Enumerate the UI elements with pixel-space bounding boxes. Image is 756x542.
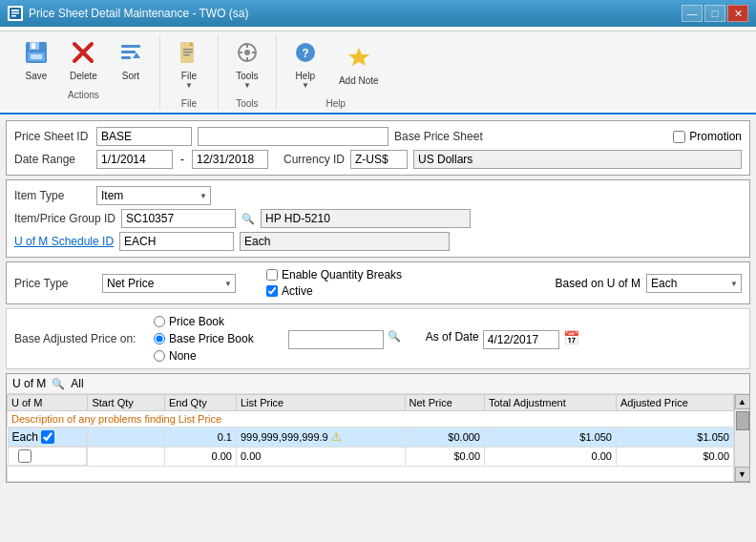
row1-checkbox[interactable] (41, 430, 54, 444)
price-book-radio[interactable] (154, 316, 165, 327)
sort-button[interactable]: Sort (110, 35, 152, 86)
table-row[interactable]: Each 0.1 999,999,999,999.9 ⚠ $0.000 $1.0… (8, 427, 734, 448)
as-of-date-input[interactable] (483, 330, 559, 349)
row2-uom (8, 447, 88, 466)
none-label: None (169, 349, 197, 363)
price-book-field[interactable] (288, 330, 384, 349)
base-price-sheet-input[interactable] (198, 127, 388, 146)
maximize-button[interactable]: □ (704, 5, 725, 22)
price-type-section: Price Type Net Price Enable Quantity Bre… (6, 261, 750, 304)
delete-button[interactable]: Delete (61, 35, 106, 86)
status-row: Description of any problems finding List… (8, 411, 734, 427)
row1-start-qty (88, 427, 165, 448)
base-price-book-label: Base Price Book (169, 332, 254, 345)
svg-rect-8 (31, 54, 42, 59)
promotion-label: Promotion (689, 130, 742, 143)
price-book-label: Price Book (169, 315, 224, 328)
scroll-down-btn[interactable]: ▼ (735, 467, 750, 482)
based-on-uom-select[interactable]: Each (646, 274, 742, 293)
tools-icon (235, 40, 260, 69)
uom-schedule-name (240, 232, 450, 251)
row1-adj-price: $1.050 (617, 427, 734, 448)
help-icon: ? (293, 40, 318, 69)
all-label: All (71, 377, 83, 390)
price-table: U of M Start Qty End Qty List Price Net … (7, 394, 734, 482)
tools-dropdown-arrow: ▼ (243, 81, 251, 90)
add-note-label: Add Note (339, 75, 379, 86)
search-icon[interactable]: 🔍 (242, 213, 255, 225)
svg-rect-19 (183, 54, 190, 56)
row1-uom: Each (8, 427, 88, 447)
col-adj-price: Adjusted Price (617, 395, 734, 411)
svg-marker-28 (348, 48, 369, 66)
svg-rect-2 (11, 12, 19, 14)
promotion-checkbox[interactable] (673, 131, 685, 143)
price-sheet-id-label: Price Sheet ID (14, 130, 91, 143)
row2-net-price: $0.00 (405, 447, 484, 467)
col-uom: U of M (8, 395, 88, 411)
enable-qty-breaks-checkbox[interactable] (266, 269, 278, 281)
sort-label: Sort (122, 71, 139, 81)
svg-rect-17 (183, 49, 193, 51)
save-button[interactable]: Save (15, 35, 57, 86)
col-net-price: Net Price (405, 395, 484, 411)
currency-name-input (413, 150, 742, 169)
window-controls[interactable]: — □ ✕ (682, 5, 748, 22)
currency-id-label: Currency ID (284, 153, 345, 166)
row2-checkbox[interactable] (18, 449, 32, 463)
add-note-button[interactable]: Add Note (330, 35, 388, 94)
active-checkbox[interactable] (266, 285, 278, 297)
scroll-up-btn[interactable]: ▲ (735, 394, 750, 409)
base-adjusted-radio-group: Price Book Base Price Book None (154, 315, 254, 363)
price-sheet-id-input[interactable] (96, 127, 192, 146)
uom-schedule-input[interactable] (119, 232, 234, 251)
table-scrollbar[interactable]: ▲ ▼ (734, 394, 749, 482)
row2-adj-price: $0.00 (617, 447, 734, 467)
item-type-select[interactable]: Item (96, 186, 211, 205)
main-content: Price Sheet ID Base Price Sheet Promotio… (0, 115, 756, 542)
status-message: Description of any problems finding List… (8, 411, 734, 427)
row2-end-qty: 0.00 (164, 447, 236, 467)
date-from-input[interactable] (96, 150, 173, 169)
minimize-button[interactable]: — (682, 5, 703, 22)
ribbon-group-file: File ▼ File (160, 35, 219, 109)
ribbon-group-tools: Tools ▼ Tools (219, 35, 277, 109)
currency-id-input[interactable] (350, 150, 408, 169)
svg-rect-12 (121, 51, 136, 53)
svg-rect-3 (11, 15, 16, 17)
base-adjusted-label: Base Adjusted Price on: (14, 332, 148, 345)
close-button[interactable]: ✕ (727, 5, 748, 22)
uom-schedule-label[interactable]: U of M Schedule ID (14, 235, 114, 248)
price-type-select[interactable]: Net Price (102, 274, 236, 293)
date-separator: - (178, 153, 186, 166)
uom-search-icon[interactable]: 🔍 (52, 378, 65, 390)
help-button[interactable]: ? Help ▼ (284, 35, 326, 94)
table-row[interactable]: 0.00 0.00 $0.00 0.00 $0.00 (8, 447, 734, 467)
file-button[interactable]: File ▼ (168, 35, 210, 94)
svg-rect-18 (183, 52, 193, 53)
svg-rect-13 (121, 56, 131, 59)
scroll-thumb[interactable] (736, 411, 749, 430)
price-book-search-icon[interactable]: 🔍 (388, 330, 401, 343)
svg-text:?: ? (302, 47, 308, 60)
enable-qty-breaks-label: Enable Quantity Breaks (282, 268, 402, 281)
uom-toolbar-label: U of M (12, 377, 46, 390)
none-radio[interactable] (154, 350, 165, 362)
calendar-icon[interactable]: 📅 (563, 330, 579, 345)
price-sheet-section: Price Sheet ID Base Price Sheet Promotio… (6, 120, 750, 176)
delete-icon (71, 40, 95, 69)
item-type-label: Item Type (14, 189, 91, 202)
base-price-book-radio[interactable] (154, 333, 165, 344)
ribbon-group-help: ? Help ▼ Add Note Help (277, 35, 395, 109)
ribbon-group-actions: Save Delete Sort Actions (8, 35, 160, 109)
item-price-group-input[interactable] (121, 209, 236, 228)
as-of-date-label: As of Date (426, 330, 479, 344)
table-row-empty (8, 467, 734, 482)
date-to-input[interactable] (192, 150, 268, 169)
row1-end-qty: 0.1 (164, 427, 236, 448)
row2-start-qty (88, 447, 165, 467)
actions-group-label: Actions (68, 90, 99, 100)
tools-button[interactable]: Tools ▼ (226, 35, 268, 94)
row1-net-price: $0.000 (405, 427, 484, 448)
price-table-container: U of M 🔍 All U of M Start Qty End Qty Li… (6, 373, 750, 483)
